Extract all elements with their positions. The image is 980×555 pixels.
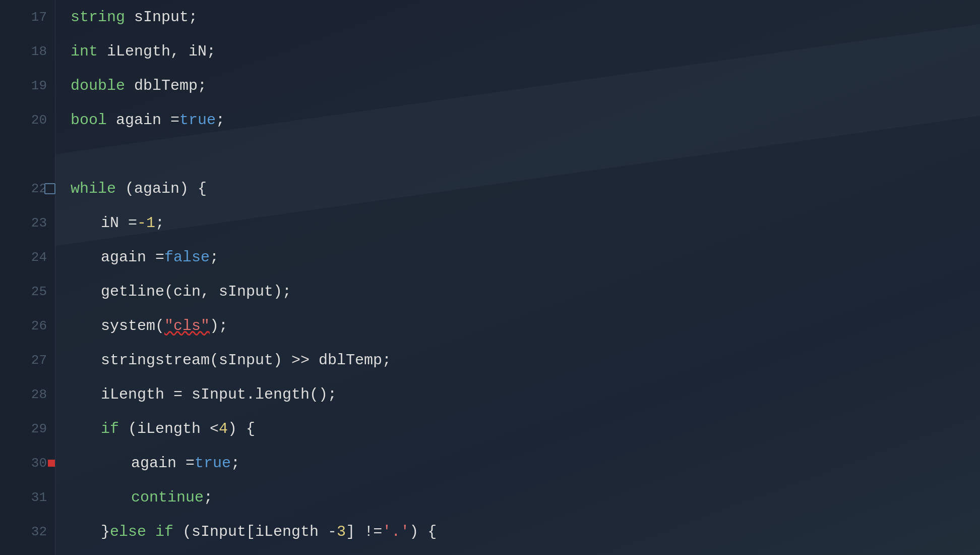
while-cond-1: (again) { [116,181,207,196]
kw-continue-1: continue [131,490,204,505]
in-assign: iN = [101,215,137,231]
code-line-28: iLength = sInput.length(); [71,377,965,412]
code-line-20: bool again = true ; [71,103,965,137]
semicolon-1: ; [216,113,225,128]
code-line-17: string sInput; [71,0,965,34]
code-area: string sInput; int iLength, iN; double d… [55,0,980,555]
semicolon-5: ; [204,490,213,505]
ilength-assign: iLength = sInput.length(); [101,387,337,402]
str-cls: "cls" [164,318,210,334]
kw-while-1: while [71,181,116,196]
vars-ilength-in: iLength, iN; [98,44,216,59]
else-if-brace-1: ) { [409,524,437,539]
line-num-27: 27 [0,343,55,377]
line-num-19: 19 [0,69,55,103]
kw-bool: bool [71,113,107,128]
val-true-2: true [195,456,231,471]
code-line-27: stringstream(sInput) >> dblTemp; [71,343,965,377]
line-num-18: 18 [0,34,55,69]
line-num-17: 17 [0,0,55,34]
str-dot: '.' [382,524,409,539]
system-close: ); [210,318,228,334]
line-num-31: 31 [0,480,55,515]
var-sinput: sInput; [125,10,198,25]
line-num-23: 23 [0,206,55,240]
line-num-22[interactable]: 22 [0,172,55,206]
line-num-20: 20 [0,103,55,137]
else-if-cond-1: (sInput[iLength - [173,524,337,539]
if-cond-1: (iLength < [119,421,219,436]
line-num-33: 33 [0,549,55,555]
semicolon-2: ; [155,215,164,231]
getline-call: getline(cin, sInput); [101,284,291,299]
kw-else-if-1: else if [110,524,173,539]
code-line-30: again = true ; [71,446,965,480]
code-line-18: int iLength, iN; [71,34,965,69]
neq-dot: ] != [346,524,382,539]
line-num-30[interactable]: 30 [0,446,55,480]
num-neg1: -1 [137,215,155,231]
semicolon-3: ; [210,250,219,265]
num-3-1: 3 [337,524,346,539]
line-num-29: 29 [0,412,55,446]
val-true: true [179,113,216,128]
var-again: again = [107,113,179,128]
code-line-33: again = true ; [71,549,965,555]
again-assign-false: again = [101,250,164,265]
system-call: system( [101,318,164,334]
line-numbers: 1718192022232425262728293031323334353637 [0,0,55,555]
kw-string: string [71,10,125,25]
if-open-brace: ) { [228,421,255,436]
again-true-1: again = [131,456,195,471]
line-num-25: 25 [0,274,55,309]
code-line-23: iN = -1 ; [71,206,965,240]
code-line-26: system( "cls" ); [71,309,965,343]
code-line-22: while (again) { [71,172,965,206]
val-false: false [164,250,210,265]
line-num-26: 26 [0,309,55,343]
editor-container: 1718192022232425262728293031323334353637… [0,0,980,555]
num-4: 4 [219,421,228,436]
code-line-29: if (iLength < 4 ) { [71,412,965,446]
code-line-24: again = false ; [71,240,965,274]
code-line-25: getline(cin, sInput); [71,274,965,309]
kw-double: double [71,78,125,93]
close-brace-1: } [101,524,110,539]
code-line-19: double dblTemp; [71,69,965,103]
code-line-32: } else if (sInput[iLength - 3 ] != '.' )… [71,515,965,549]
line-num-28: 28 [0,377,55,412]
line-num- [0,137,55,172]
semicolon-4: ; [231,456,240,471]
line-num-24: 24 [0,240,55,274]
line-num-32: 32 [0,515,55,549]
kw-int: int [71,44,98,59]
stringstream-call: stringstream(sInput) >> dblTemp; [101,353,391,368]
var-dbltemp: dblTemp; [125,78,207,93]
code-line-31: continue ; [71,480,965,515]
code-line-empty [71,137,965,172]
kw-if-1: if [101,421,119,436]
